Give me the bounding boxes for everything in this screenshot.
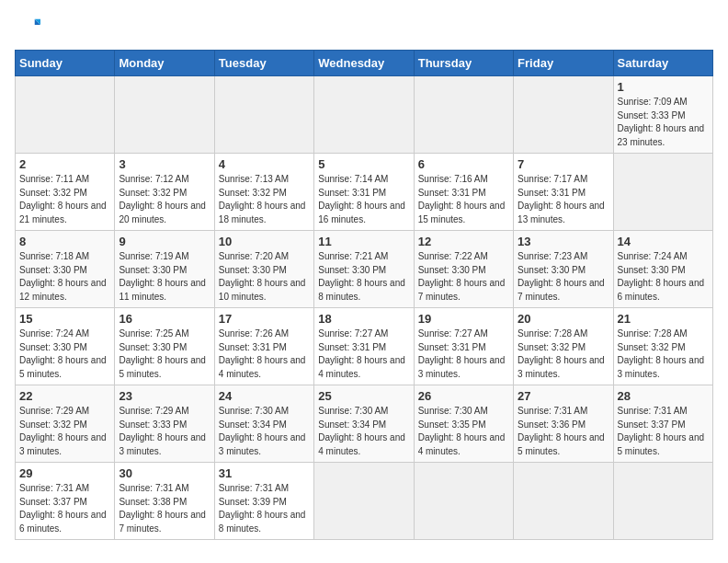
day-number: 1 <box>618 80 709 94</box>
day-info: Sunrise: 7:28 AM Sunset: 3:32 PM Dayligh… <box>518 327 609 381</box>
day-number: 29 <box>19 466 110 480</box>
day-info: Sunrise: 7:12 AM Sunset: 3:32 PM Dayligh… <box>119 173 210 226</box>
day-info: Sunrise: 7:18 AM Sunset: 3:30 PM Dayligh… <box>19 250 110 304</box>
calendar-day-cell: 20Sunrise: 7:28 AM Sunset: 3:32 PM Dayli… <box>514 308 613 385</box>
day-info: Sunrise: 7:31 AM Sunset: 3:37 PM Dayligh… <box>618 405 709 458</box>
calendar-day-cell: 14Sunrise: 7:24 AM Sunset: 3:30 PM Dayli… <box>613 231 712 308</box>
calendar-day-cell: 5Sunrise: 7:14 AM Sunset: 3:31 PM Daylig… <box>314 154 414 231</box>
day-info: Sunrise: 7:24 AM Sunset: 3:30 PM Dayligh… <box>618 250 709 304</box>
day-number: 18 <box>318 312 409 326</box>
day-number: 30 <box>119 466 210 480</box>
calendar-day-cell: 4Sunrise: 7:13 AM Sunset: 3:32 PM Daylig… <box>214 154 313 231</box>
day-info: Sunrise: 7:30 AM Sunset: 3:34 PM Dayligh… <box>219 405 310 458</box>
day-number: 12 <box>418 235 509 248</box>
calendar-day-cell: 11Sunrise: 7:21 AM Sunset: 3:30 PM Dayli… <box>314 231 414 308</box>
calendar-day-cell: 9Sunrise: 7:19 AM Sunset: 3:30 PM Daylig… <box>115 231 214 308</box>
day-info: Sunrise: 7:30 AM Sunset: 3:34 PM Dayligh… <box>318 405 409 458</box>
day-info: Sunrise: 7:29 AM Sunset: 3:32 PM Dayligh… <box>19 405 110 458</box>
calendar-table: SundayMondayTuesdayWednesdayThursdayFrid… <box>15 50 713 540</box>
calendar-week-row: 15Sunrise: 7:24 AM Sunset: 3:30 PM Dayli… <box>16 308 713 385</box>
day-info: Sunrise: 7:29 AM Sunset: 3:33 PM Dayligh… <box>119 405 210 458</box>
calendar-day-cell <box>115 76 214 154</box>
day-number: 4 <box>219 157 310 171</box>
day-info: Sunrise: 7:24 AM Sunset: 3:30 PM Dayligh… <box>19 327 110 381</box>
day-info: Sunrise: 7:19 AM Sunset: 3:30 PM Dayligh… <box>119 250 210 304</box>
calendar-week-row: 22Sunrise: 7:29 AM Sunset: 3:32 PM Dayli… <box>16 385 713 463</box>
day-info: Sunrise: 7:27 AM Sunset: 3:31 PM Dayligh… <box>418 327 509 381</box>
day-info: Sunrise: 7:25 AM Sunset: 3:30 PM Dayligh… <box>119 327 210 381</box>
day-number: 28 <box>618 389 709 403</box>
day-number: 3 <box>119 157 210 171</box>
calendar-day-cell <box>514 463 613 540</box>
calendar-day-cell <box>314 463 414 540</box>
day-number: 27 <box>518 389 609 403</box>
day-number: 7 <box>518 157 609 171</box>
column-header-tuesday: Tuesday <box>214 51 313 76</box>
day-info: Sunrise: 7:09 AM Sunset: 3:33 PM Dayligh… <box>618 96 709 149</box>
day-number: 13 <box>518 235 609 248</box>
calendar-day-cell: 28Sunrise: 7:31 AM Sunset: 3:37 PM Dayli… <box>613 385 712 463</box>
day-number: 11 <box>318 235 409 248</box>
calendar-day-cell <box>214 76 313 154</box>
day-info: Sunrise: 7:31 AM Sunset: 3:36 PM Dayligh… <box>518 405 609 458</box>
calendar-day-cell <box>514 76 613 154</box>
day-number: 9 <box>119 235 210 248</box>
logo-icon <box>15 15 40 40</box>
calendar-day-cell <box>16 76 115 154</box>
day-number: 8 <box>19 235 110 248</box>
calendar-day-cell: 17Sunrise: 7:26 AM Sunset: 3:31 PM Dayli… <box>214 308 313 385</box>
day-number: 31 <box>219 466 310 480</box>
calendar-day-cell <box>613 154 712 231</box>
calendar-week-row: 1Sunrise: 7:09 AM Sunset: 3:33 PM Daylig… <box>16 76 713 154</box>
calendar-day-cell <box>414 76 513 154</box>
day-info: Sunrise: 7:26 AM Sunset: 3:31 PM Dayligh… <box>219 327 310 381</box>
calendar-day-cell: 21Sunrise: 7:28 AM Sunset: 3:32 PM Dayli… <box>613 308 712 385</box>
day-info: Sunrise: 7:28 AM Sunset: 3:32 PM Dayligh… <box>618 327 709 381</box>
calendar-day-cell: 22Sunrise: 7:29 AM Sunset: 3:32 PM Dayli… <box>16 385 115 463</box>
day-info: Sunrise: 7:16 AM Sunset: 3:31 PM Dayligh… <box>418 173 509 226</box>
day-info: Sunrise: 7:31 AM Sunset: 3:38 PM Dayligh… <box>119 482 210 535</box>
calendar-day-cell: 13Sunrise: 7:23 AM Sunset: 3:30 PM Dayli… <box>514 231 613 308</box>
day-number: 21 <box>618 312 709 326</box>
calendar-day-cell: 10Sunrise: 7:20 AM Sunset: 3:30 PM Dayli… <box>214 231 313 308</box>
column-header-wednesday: Wednesday <box>314 51 414 76</box>
day-info: Sunrise: 7:31 AM Sunset: 3:39 PM Dayligh… <box>219 482 310 535</box>
calendar-day-cell: 2Sunrise: 7:11 AM Sunset: 3:32 PM Daylig… <box>16 154 115 231</box>
day-info: Sunrise: 7:11 AM Sunset: 3:32 PM Dayligh… <box>19 173 110 226</box>
day-info: Sunrise: 7:20 AM Sunset: 3:30 PM Dayligh… <box>219 250 310 304</box>
calendar-day-cell: 26Sunrise: 7:30 AM Sunset: 3:35 PM Dayli… <box>414 385 513 463</box>
svg-rect-2 <box>15 15 35 35</box>
day-number: 16 <box>119 312 210 326</box>
calendar-day-cell: 31Sunrise: 7:31 AM Sunset: 3:39 PM Dayli… <box>214 463 313 540</box>
column-header-thursday: Thursday <box>414 51 513 76</box>
calendar-header-row: SundayMondayTuesdayWednesdayThursdayFrid… <box>16 51 713 76</box>
column-header-saturday: Saturday <box>613 51 712 76</box>
day-number: 17 <box>219 312 310 326</box>
column-header-friday: Friday <box>514 51 613 76</box>
calendar-day-cell <box>613 463 712 540</box>
day-number: 20 <box>518 312 609 326</box>
calendar-day-cell: 6Sunrise: 7:16 AM Sunset: 3:31 PM Daylig… <box>414 154 513 231</box>
day-info: Sunrise: 7:13 AM Sunset: 3:32 PM Dayligh… <box>219 173 310 226</box>
calendar-day-cell <box>414 463 513 540</box>
calendar-week-row: 2Sunrise: 7:11 AM Sunset: 3:32 PM Daylig… <box>16 154 713 231</box>
calendar-day-cell: 23Sunrise: 7:29 AM Sunset: 3:33 PM Dayli… <box>115 385 214 463</box>
calendar-day-cell: 18Sunrise: 7:27 AM Sunset: 3:31 PM Dayli… <box>314 308 414 385</box>
day-number: 5 <box>318 157 409 171</box>
calendar-day-cell: 25Sunrise: 7:30 AM Sunset: 3:34 PM Dayli… <box>314 385 414 463</box>
calendar-day-cell: 3Sunrise: 7:12 AM Sunset: 3:32 PM Daylig… <box>115 154 214 231</box>
day-number: 10 <box>219 235 310 248</box>
day-info: Sunrise: 7:30 AM Sunset: 3:35 PM Dayligh… <box>418 405 509 458</box>
day-number: 26 <box>418 389 509 403</box>
day-number: 19 <box>418 312 509 326</box>
column-header-monday: Monday <box>115 51 214 76</box>
calendar-day-cell: 24Sunrise: 7:30 AM Sunset: 3:34 PM Dayli… <box>214 385 313 463</box>
logo <box>15 15 44 40</box>
day-info: Sunrise: 7:21 AM Sunset: 3:30 PM Dayligh… <box>318 250 409 304</box>
day-info: Sunrise: 7:17 AM Sunset: 3:31 PM Dayligh… <box>518 173 609 226</box>
calendar-week-row: 29Sunrise: 7:31 AM Sunset: 3:37 PM Dayli… <box>16 463 713 540</box>
day-number: 23 <box>119 389 210 403</box>
day-info: Sunrise: 7:31 AM Sunset: 3:37 PM Dayligh… <box>19 482 110 535</box>
day-number: 14 <box>618 235 709 248</box>
calendar-day-cell: 8Sunrise: 7:18 AM Sunset: 3:30 PM Daylig… <box>16 231 115 308</box>
